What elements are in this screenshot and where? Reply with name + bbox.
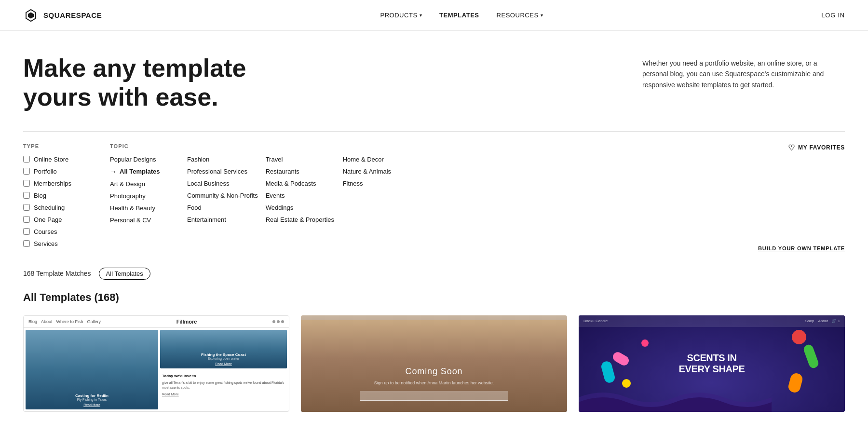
topic-travel[interactable]: Travel bbox=[266, 156, 335, 163]
hero-title: Make any template yours with ease. bbox=[23, 54, 246, 112]
online-store-label: Online Store bbox=[34, 156, 68, 163]
filter-one-page[interactable]: One Page bbox=[23, 216, 98, 223]
filter-scheduling[interactable]: Scheduling bbox=[23, 204, 98, 211]
blog-label: Blog bbox=[34, 192, 46, 199]
topic-fashion[interactable]: Fashion bbox=[187, 156, 258, 163]
topic-fitness[interactable]: Fitness bbox=[343, 180, 412, 187]
candle-tagline: SCENTS INEVERY SHAPE bbox=[679, 353, 745, 375]
results-bar: 168 Template Matches All Templates bbox=[23, 268, 845, 280]
fillmore-image-2: Fishing the Space Coast Exploring open w… bbox=[160, 330, 287, 369]
topic-professional-services[interactable]: Professional Services bbox=[187, 168, 258, 175]
filter-courses[interactable]: Courses bbox=[23, 228, 98, 235]
main-nav: PRODUCTS ▾ TEMPLATES RESOURCES ▾ bbox=[380, 12, 543, 19]
filter-services[interactable]: Services bbox=[23, 240, 98, 247]
dot-3 bbox=[281, 320, 284, 323]
main-content: Make any template yours with ease. Wheth… bbox=[0, 31, 868, 412]
hero-title-block: Make any template yours with ease. bbox=[23, 54, 246, 112]
fillmore-header: Blog About Where to Fish Gallery Fillmor… bbox=[24, 316, 289, 328]
topic-weddings[interactable]: Weddings bbox=[266, 204, 335, 211]
portfolio-label: Portfolio bbox=[34, 168, 57, 175]
squarespace-logo-icon bbox=[23, 8, 39, 23]
fillmore-right: Fishing the Space Coast Exploring open w… bbox=[160, 330, 287, 409]
products-chevron-icon: ▾ bbox=[420, 13, 422, 18]
hero-section: Make any template yours with ease. Wheth… bbox=[23, 54, 845, 112]
right-actions: ♡ MY FAVORITES BUILD YOUR OWN TEMPLATE bbox=[746, 143, 845, 252]
filter-memberships[interactable]: Memberships bbox=[23, 180, 98, 187]
topic-popular-designs[interactable]: Popular Designs bbox=[110, 156, 179, 163]
topic-all-templates[interactable]: All Templates bbox=[110, 168, 179, 176]
topic-entertainment[interactable]: Entertainment bbox=[187, 216, 258, 223]
memberships-checkbox[interactable] bbox=[23, 180, 30, 187]
topic-media-podcasts[interactable]: Media & Podcasts bbox=[266, 180, 335, 187]
online-store-checkbox[interactable] bbox=[23, 156, 30, 163]
active-filter-tag[interactable]: All Templates bbox=[99, 268, 150, 280]
shape-pink2 bbox=[641, 339, 649, 347]
scheduling-label: Scheduling bbox=[34, 204, 65, 211]
topic-personal-cv[interactable]: Personal & CV bbox=[110, 217, 179, 224]
topic-art-design[interactable]: Art & Design bbox=[110, 180, 179, 188]
template-grid: Blog About Where to Fish Gallery Fillmor… bbox=[23, 315, 845, 412]
scheduling-checkbox[interactable] bbox=[23, 204, 30, 211]
fillmore-text-block: Today we'd love to give all Texan's a bi… bbox=[160, 370, 287, 409]
topic-events[interactable]: Events bbox=[266, 192, 335, 199]
topic-food[interactable]: Food bbox=[187, 204, 258, 211]
one-page-label: One Page bbox=[34, 216, 62, 223]
topic-section: TOPIC Popular Designs All Templates Art … bbox=[110, 143, 746, 252]
topic-photography[interactable]: Photography bbox=[110, 192, 179, 200]
portrait-email-input[interactable] bbox=[360, 391, 508, 401]
filter-portfolio[interactable]: Portfolio bbox=[23, 168, 98, 175]
topic-column-4: Home & Decor Nature & Animals Fitness bbox=[343, 156, 420, 229]
dot-2 bbox=[277, 320, 280, 323]
topic-home-decor[interactable]: Home & Decor bbox=[343, 156, 412, 163]
memberships-label: Memberships bbox=[34, 180, 71, 187]
portrait-content: Coming Soon Sign up to be notified when … bbox=[301, 357, 567, 412]
topic-real-estate[interactable]: Real Estate & Properties bbox=[266, 216, 335, 223]
portfolio-checkbox[interactable] bbox=[23, 168, 30, 175]
courses-label: Courses bbox=[34, 228, 57, 235]
candle-header-bar: Booku Candle Shop About 🛒 1 bbox=[579, 315, 845, 327]
my-favorites-button[interactable]: ♡ MY FAVORITES bbox=[788, 143, 845, 152]
shape-red bbox=[792, 330, 806, 344]
candle-waves-svg bbox=[579, 383, 772, 412]
fillmore-body: Casting for Redlin Fly Fishing in Texas … bbox=[24, 328, 289, 411]
blog-checkbox[interactable] bbox=[23, 192, 30, 199]
nav-resources[interactable]: RESOURCES ▾ bbox=[497, 12, 543, 19]
topic-column-1: Popular Designs All Templates Art & Desi… bbox=[110, 156, 187, 229]
topic-restaurants[interactable]: Restaurants bbox=[266, 168, 335, 175]
topic-column-3: Travel Restaurants Media & Podcasts Even… bbox=[266, 156, 343, 229]
filter-online-store[interactable]: Online Store bbox=[23, 156, 98, 163]
type-filter-column: TYPE Online Store Portfolio Memberships … bbox=[23, 143, 110, 252]
fillmore-title: Fillmore bbox=[176, 319, 197, 325]
dot-1 bbox=[272, 320, 275, 323]
resources-chevron-icon: ▾ bbox=[541, 13, 543, 18]
portrait-coming-soon: Coming Soon bbox=[311, 366, 557, 377]
type-label: TYPE bbox=[23, 143, 98, 149]
template-card-fillmore[interactable]: Blog About Where to Fish Gallery Fillmor… bbox=[23, 315, 289, 412]
logo[interactable]: SQUARESPACE bbox=[23, 8, 102, 23]
template-card-candle[interactable]: Booku Candle Shop About 🛒 1 SCENTS INEVE… bbox=[579, 315, 845, 412]
topic-local-business[interactable]: Local Business bbox=[187, 180, 258, 187]
fillmore-image-1: Casting for Redlin Fly Fishing in Texas … bbox=[26, 330, 158, 409]
one-page-checkbox[interactable] bbox=[23, 216, 30, 223]
portrait-subtitle: Sign up to be notified when Anna Martin … bbox=[311, 380, 557, 385]
courses-checkbox[interactable] bbox=[23, 228, 30, 235]
template-card-portrait[interactable]: Coming Soon Sign up to be notified when … bbox=[301, 315, 567, 412]
build-own-template-button[interactable]: BUILD YOUR OWN TEMPLATE bbox=[758, 245, 845, 252]
filter-blog[interactable]: Blog bbox=[23, 192, 98, 199]
login-button[interactable]: LOG IN bbox=[821, 12, 845, 19]
services-label: Services bbox=[34, 240, 58, 247]
fillmore-window-controls bbox=[272, 320, 284, 323]
topic-columns: Popular Designs All Templates Art & Desi… bbox=[110, 156, 746, 229]
results-count: 168 Template Matches bbox=[23, 270, 91, 277]
heart-icon: ♡ bbox=[788, 143, 795, 152]
hero-description: Whether you need a portfolio website, an… bbox=[642, 58, 845, 90]
services-checkbox[interactable] bbox=[23, 240, 30, 247]
topic-community-nonprofits[interactable]: Community & Non-Profits bbox=[187, 192, 258, 199]
nav-templates[interactable]: TEMPLATES bbox=[439, 12, 479, 19]
topic-health-beauty[interactable]: Health & Beauty bbox=[110, 204, 179, 212]
header: SQUARESPACE PRODUCTS ▾ TEMPLATES RESOURC… bbox=[0, 0, 868, 31]
topic-nature-animals[interactable]: Nature & Animals bbox=[343, 168, 412, 175]
filters-section: TYPE Online Store Portfolio Memberships … bbox=[23, 131, 845, 252]
topic-label: TOPIC bbox=[110, 143, 746, 149]
nav-products[interactable]: PRODUCTS ▾ bbox=[380, 12, 422, 19]
